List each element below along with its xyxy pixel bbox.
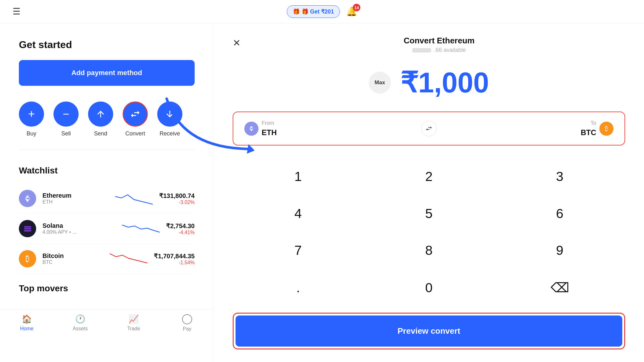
assets-label: Assets [73,326,88,332]
key-5[interactable]: 5 [364,195,494,232]
key-6[interactable]: 6 [494,195,625,232]
key-2[interactable]: 2 [364,158,494,195]
svg-marker-10 [252,129,253,131]
btc-symbol: BTC [42,260,103,265]
send-label: Send [94,130,107,137]
send-circle [88,101,113,127]
key-backspace[interactable]: ⌫ [494,269,625,306]
from-eth-icon [244,122,258,136]
btc-icon: ₿ [19,250,36,267]
to-btc-icon: ₿ [599,122,613,136]
eth-price: ₹131,800.74 -3.02% [159,192,195,205]
action-convert[interactable]: Convert [123,101,148,137]
amount-display: ₹1,000 [400,66,489,99]
svg-rect-5 [24,228,31,229]
nav-home[interactable]: 🏠 Home [0,314,53,332]
convert-subtitle: .66 available [253,47,625,53]
action-buttons: + Buy − Sell Send [19,101,195,150]
svg-marker-1 [25,195,27,199]
action-receive[interactable]: Receive [157,101,182,137]
pay-icon [182,314,192,324]
pay-label: Pay [183,326,192,332]
convert-title: Convert Ethereum [253,36,625,46]
eth-name: Ethereum [42,192,109,199]
btc-name: Bitcoin [42,252,103,260]
watchlist-item-sol[interactable]: Solana 4.00% APY • ... ₹2,754.30 -4.41% [19,214,195,244]
sol-name: Solana [42,222,116,229]
buy-label: Buy [26,130,36,137]
notification-badge: 14 [353,4,360,11]
trade-icon: 📈 [129,314,139,324]
from-section: From ETH [262,120,415,137]
header: ☰ 🎁 🎁 Get ₹201 🔔 14 [0,0,644,23]
eth-icon [19,190,36,207]
sol-icon [19,220,36,237]
from-value: ETH [262,128,415,137]
action-buy[interactable]: + Buy [19,101,44,137]
key-0[interactable]: 0 [364,269,494,306]
swap-button[interactable] [421,121,437,136]
svg-marker-8 [252,126,253,129]
preview-convert-button[interactable]: Preview convert [236,315,622,347]
nav-assets[interactable]: 🕐 Assets [53,314,107,332]
convert-header: ✕ Convert Ethereum .66 available [233,36,625,53]
gift-icon: 🎁 [293,8,300,15]
from-to-box[interactable]: From ETH To BTC ₿ [233,112,625,145]
key-4[interactable]: 4 [233,195,364,232]
watchlist-title: Watchlist [19,166,195,176]
key-7[interactable]: 7 [233,232,364,269]
nav-trade[interactable]: 📈 Trade [107,314,160,332]
watchlist-item-eth[interactable]: Ethereum ETH ₹131,800.74 -3.02% [19,184,195,214]
sol-info: Solana 4.00% APY • ... [42,222,116,235]
from-label: From [262,120,415,126]
bell-container[interactable]: 🔔 14 [346,6,357,17]
left-panel: Get started Add payment method + Buy − S… [0,23,214,309]
amount-row: Max ₹1,000 [233,66,625,99]
convert-label: Convert [125,130,145,137]
assets-icon: 🕐 [75,314,85,324]
receive-label: Receive [159,130,180,137]
preview-convert-container: Preview convert [233,313,625,349]
btc-price: ₹1,707,844.35 -1.54% [154,252,195,266]
key-8[interactable]: 8 [364,232,494,269]
buy-circle: + [19,101,44,127]
action-send[interactable]: Send [88,101,113,137]
get-started-title: Get started [19,39,195,51]
sell-label: Sell [61,130,71,137]
key-9[interactable]: 9 [494,232,625,269]
btc-info: Bitcoin BTC [42,252,103,265]
trade-label: Trade [127,326,140,332]
key-3[interactable]: 3 [494,158,625,195]
top-movers-title: Top movers [19,283,195,293]
hamburger-icon[interactable]: ☰ [13,6,20,17]
convert-title-area: Convert Ethereum .66 available [253,36,625,53]
add-payment-button[interactable]: Add payment method [19,60,195,86]
nav-pay[interactable]: Pay [160,314,214,332]
svg-rect-6 [24,230,31,231]
to-section: To BTC [443,120,596,137]
header-center: 🎁 🎁 Get ₹201 🔔 14 [287,5,357,18]
btc-chart [110,250,147,267]
receive-circle [157,101,182,127]
key-dot[interactable]: . [233,269,364,306]
key-1[interactable]: 1 [233,158,364,195]
svg-marker-3 [25,199,27,202]
gift-button[interactable]: 🎁 🎁 Get ₹201 [287,5,340,18]
eth-symbol: ETH [42,199,109,205]
sell-circle: − [53,101,79,127]
watchlist-item-btc[interactable]: ₿ Bitcoin BTC ₹1,707,844.35 -1.54% [19,244,195,274]
svg-marker-2 [28,199,30,202]
main-content: Get started Add payment method + Buy − S… [0,23,644,362]
sol-price: ₹2,754.30 -4.41% [166,222,195,235]
eth-chart [115,190,153,207]
svg-marker-9 [249,126,251,129]
home-icon: 🏠 [22,314,32,324]
close-button[interactable]: ✕ [233,37,241,48]
svg-marker-0 [28,195,30,199]
right-panel: ✕ Convert Ethereum .66 available Max ₹1,… [214,23,644,362]
max-button[interactable]: Max [369,72,391,94]
sol-symbol: 4.00% APY • ... [42,229,116,235]
to-label: To [443,120,596,126]
bottom-nav: 🏠 Home 🕐 Assets 📈 Trade Pay [0,309,214,335]
action-sell[interactable]: − Sell [53,101,79,137]
